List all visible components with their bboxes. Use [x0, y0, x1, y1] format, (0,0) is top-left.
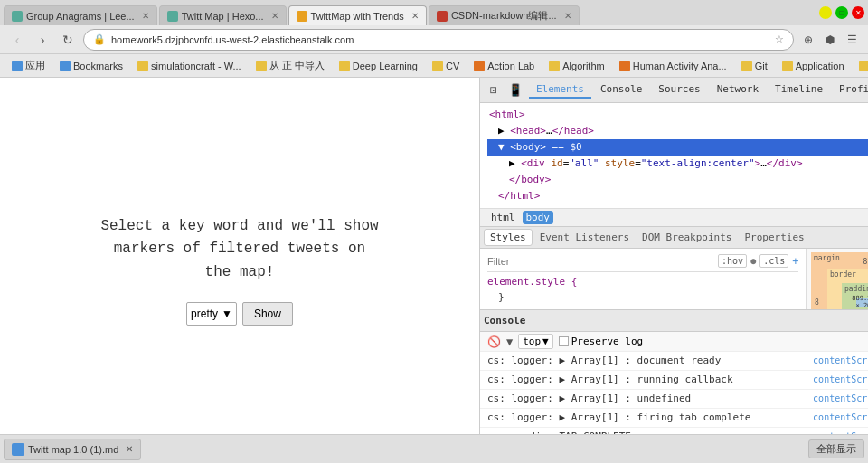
styles-tab-dom-breakpoints[interactable]: DOM Breakpoints [637, 230, 737, 245]
devtools-tab-elements[interactable]: Elements [529, 81, 591, 99]
breadcrumb-html[interactable]: html [487, 211, 519, 224]
bookmark-deep-learning[interactable]: Deep Learning [335, 59, 422, 73]
maximize-button[interactable]: □ [835, 6, 848, 19]
bookmark-icon [339, 61, 350, 71]
devtools-tab-sources[interactable]: Sources [651, 81, 707, 99]
tree-div-all[interactable]: ▶ <div id="all" style="text-align:center… [487, 156, 868, 172]
console-msg-3: cs: logger: ▶ Array[1] : undefined conte… [480, 390, 868, 409]
msg-text-4: cs: logger: ▶ Array[1] : firing tab comp… [487, 411, 809, 425]
devtools-tab-timeline[interactable]: Timeline [768, 81, 830, 99]
filter-input[interactable] [487, 256, 714, 267]
bookmark-simulationcraft[interactable]: simulationcraft - W... [133, 59, 246, 73]
main-area: Select a key word and we'll show markers… [0, 78, 868, 463]
ext-btn-3[interactable]: ☰ [843, 31, 861, 49]
devtools-tab-profiles[interactable]: Profiles [832, 81, 868, 99]
console-toolbar: Console ✕ [480, 310, 868, 332]
styles-tab-styles[interactable]: Styles [484, 229, 533, 246]
msg-source-4[interactable]: contentScript.js:42 [813, 411, 868, 425]
bookmark-human-activity[interactable]: Human Activity Ana... [615, 59, 731, 73]
console-clear-icon[interactable]: 🚫 [487, 335, 501, 348]
msg-text-2: cs: logger: ▶ Array[1] : running callbac… [487, 373, 809, 387]
tree-html-close[interactable]: </html> [487, 188, 868, 204]
show-button[interactable]: Show [242, 302, 293, 326]
ext-btn-2[interactable]: ⬢ [821, 31, 839, 49]
devtools-toolbar: ⊡ 📱 Elements Console Sources Network Tim… [480, 78, 868, 103]
console-topbar: 🚫 ▼ top ▼ Preserve log [480, 332, 868, 352]
filter-dot[interactable]: ● [750, 256, 756, 266]
address-bar[interactable]: 🔒 homework5.dzjpbcvnfd.us-west-2.elastic… [83, 29, 794, 51]
tab-group-anagrams[interactable]: Group Anagrams | Lee... ✕ [4, 5, 157, 25]
back-button[interactable]: ‹ [7, 30, 27, 50]
tree-body-close[interactable]: </body> [487, 172, 868, 188]
bookmark-icon [741, 61, 752, 71]
tab-twitt-map[interactable]: Twitt Map | Hexo... ✕ [159, 5, 287, 25]
console-top-dropdown[interactable]: top ▼ [518, 334, 553, 349]
bookmark-label: Deep Learning [353, 61, 418, 71]
minimize-button[interactable]: – [819, 6, 832, 19]
tab-close-1[interactable]: ✕ [142, 11, 149, 21]
box-content: 889.333 × 200 [856, 298, 868, 307]
tab-twittmap-trends[interactable]: TwittMap with Trends ✕ [288, 5, 427, 25]
bookmark-bookmarks[interactable]: Bookmarks [55, 59, 127, 73]
tab-close-2[interactable]: ✕ [271, 11, 278, 21]
html-tree: <html> ▶ <head>…</head> ▼ <body> == $0 ▶… [480, 103, 868, 209]
lock-icon: 🔒 [93, 33, 106, 45]
console-filter-icon[interactable]: ▼ [506, 335, 513, 348]
tree-body[interactable]: ▼ <body> == $0 [487, 139, 868, 156]
full-btn[interactable]: 全部显示 [808, 439, 864, 458]
bookmark-maths[interactable]: Maths [854, 59, 868, 73]
devtools-tab-console[interactable]: Console [593, 81, 649, 99]
bookmark-algorithm[interactable]: Algorithm [544, 59, 609, 73]
inspect-icon[interactable]: ⊡ [484, 80, 504, 100]
msg-source-1[interactable]: contentScript.js:42 [813, 354, 868, 368]
bookmark-cv[interactable]: CV [428, 59, 464, 73]
msg-source-2[interactable]: contentScript.js:42 [813, 373, 868, 387]
title-bar: Group Anagrams | Lee... ✕ Twitt Map | He… [0, 0, 868, 25]
styles-tab-properties[interactable]: Properties [739, 230, 809, 245]
bookmark-git[interactable]: Git [737, 59, 772, 73]
bookmark-icon [619, 61, 630, 71]
main-text-line2: markers of filtered tweets on [100, 238, 378, 261]
extension-icons: ⊕ ⬢ ☰ [799, 31, 861, 49]
taskbar-item-label: Twitt map 1.0 (1).md [28, 444, 118, 455]
console-msg-4: cs: logger: ▶ Array[1] : firing tab comp… [480, 409, 868, 428]
device-icon[interactable]: 📱 [505, 80, 525, 100]
bookmark-label: 从 正 中导入 [269, 59, 325, 72]
tree-html[interactable]: <html> [487, 107, 868, 123]
preserve-log-checkbox[interactable] [559, 336, 569, 346]
styles-tab-event-listeners[interactable]: Event Listeners [534, 230, 635, 245]
nav-bar: ‹ › ↻ 🔒 homework5.dzjpbcvnfd.us-west-2.e… [0, 25, 868, 54]
star-icon[interactable]: ☆ [775, 33, 784, 45]
tab-close-3[interactable]: ✕ [411, 11, 419, 21]
preserve-log-label: Preserve log [571, 335, 643, 347]
bookmark-label: Human Activity Ana... [633, 61, 727, 71]
preserve-log-toggle[interactable]: Preserve log [559, 335, 643, 347]
bookmark-application[interactable]: Application [778, 59, 849, 73]
ext-btn-1[interactable]: ⊕ [799, 31, 817, 49]
msg-source-3[interactable]: contentScript.js:42 [813, 392, 868, 406]
tab-csdn[interactable]: CSDN-markdown编辑... ✕ [429, 5, 580, 25]
tab-close-4[interactable]: ✕ [564, 11, 571, 21]
close-button[interactable]: ✕ [852, 6, 864, 19]
add-style-btn[interactable]: + [792, 255, 798, 268]
bookmark-zhengzhong[interactable]: 从 正 中导入 [251, 57, 329, 74]
forward-button[interactable]: › [33, 30, 52, 50]
filter-cls-btn[interactable]: .cls [760, 254, 788, 268]
bookmarks-bar: 应用 Bookmarks simulationcraft - W... 从 正 … [0, 54, 868, 78]
breadcrumb-body[interactable]: body [523, 211, 554, 224]
devtools-tab-network[interactable]: Network [710, 81, 766, 99]
bookmark-apps[interactable]: 应用 [7, 57, 50, 74]
webpage-area: Select a key word and we'll show markers… [0, 78, 479, 463]
taskbar-close-btn[interactable]: ✕ [126, 444, 133, 454]
keyword-dropdown[interactable]: pretty ▼ [186, 302, 237, 326]
elements-panel: <html> ▶ <head>…</head> ▼ <body> == $0 ▶… [480, 103, 868, 309]
bookmark-icon [256, 61, 267, 71]
taskbar-item[interactable]: Twitt map 1.0 (1).md ✕ [4, 439, 141, 460]
bookmark-action-lab[interactable]: Action Lab [469, 59, 539, 73]
filter-hov-btn[interactable]: :hov [718, 254, 747, 268]
bookmark-icon [137, 61, 148, 71]
tree-head[interactable]: ▶ <head>…</head> [487, 123, 868, 139]
refresh-button[interactable]: ↻ [58, 30, 78, 50]
filter-bar: :hov ● .cls + [487, 252, 798, 272]
bookmark-label: Bookmarks [73, 61, 123, 71]
